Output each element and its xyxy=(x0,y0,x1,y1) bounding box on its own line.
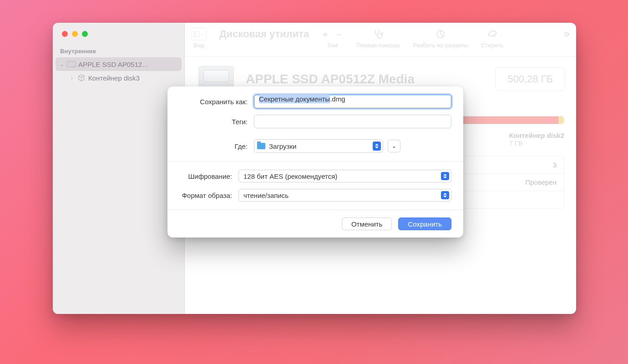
field-label: Сохранить как: xyxy=(179,98,254,106)
row-where: Где: Загрузки ⌄ xyxy=(179,139,451,153)
cancel-button[interactable]: Отменить xyxy=(342,217,392,230)
save-sheet: Сохранить как: Секретные документы.dmg Т… xyxy=(167,86,463,238)
select-value: чтение/запись xyxy=(243,192,289,199)
field-label: Где: xyxy=(179,142,254,150)
combo-stepper-icon[interactable] xyxy=(441,172,449,180)
close-icon[interactable] xyxy=(62,31,68,37)
combo-stepper-icon[interactable] xyxy=(373,142,381,151)
sidebar-item-label: APPLE SSD AP0512… xyxy=(78,61,178,68)
maximize-icon[interactable] xyxy=(82,31,88,37)
sheet-buttons: Отменить Сохранить xyxy=(167,210,463,238)
sidebar-item-label: Контейнер disk3 xyxy=(88,74,178,82)
encryption-select[interactable]: 128 бит AES (рекомендуется) xyxy=(238,170,451,182)
row-tags: Теги: xyxy=(179,115,451,128)
cube-icon xyxy=(76,74,86,81)
tags-input[interactable] xyxy=(254,115,451,128)
combo-stepper-icon[interactable] xyxy=(441,191,449,199)
chevron-down-icon: ⌄ xyxy=(392,143,396,149)
field-label: Теги: xyxy=(179,118,254,126)
minimize-icon[interactable] xyxy=(72,31,78,37)
save-as-input[interactable]: Секретные документы.dmg xyxy=(254,95,451,108)
expand-browser-button[interactable]: ⌄ xyxy=(388,140,400,152)
format-select[interactable]: чтение/запись xyxy=(238,189,451,202)
select-value: 128 бит AES (рекомендуется) xyxy=(243,172,337,180)
hdd-icon xyxy=(66,61,76,68)
field-label: Формат образа: xyxy=(179,192,238,199)
row-save-as: Сохранить как: Секретные документы.dmg xyxy=(179,95,451,108)
filename-suffix: .dmg xyxy=(330,95,345,103)
sidebar-item-apple-ssd[interactable]: ⌄ APPLE SSD AP0512… xyxy=(56,57,182,71)
chevron-right-icon[interactable]: › xyxy=(69,76,75,81)
field-label: Шифрование: xyxy=(179,172,238,180)
filename-selection: Секретные документы xyxy=(259,95,330,103)
save-button[interactable]: Сохранить xyxy=(398,217,451,230)
row-encryption: Шифрование: 128 бит AES (рекомендуется) xyxy=(179,170,451,182)
where-combo[interactable]: Загрузки xyxy=(254,139,383,153)
window-controls xyxy=(53,29,184,45)
sidebar-section-label: Внутренние xyxy=(53,45,184,57)
chevron-down-icon[interactable]: ⌄ xyxy=(59,62,65,67)
where-value: Загрузки xyxy=(269,142,296,150)
svg-rect-0 xyxy=(67,61,76,67)
sidebar: Внутренние ⌄ APPLE SSD AP0512… › Контейн… xyxy=(53,23,185,314)
folder-icon xyxy=(257,143,265,149)
svg-point-1 xyxy=(74,66,75,66)
sidebar-item-container-disk3[interactable]: › Контейнер disk3 xyxy=(56,71,182,85)
row-format: Формат образа: чтение/запись xyxy=(179,189,451,202)
